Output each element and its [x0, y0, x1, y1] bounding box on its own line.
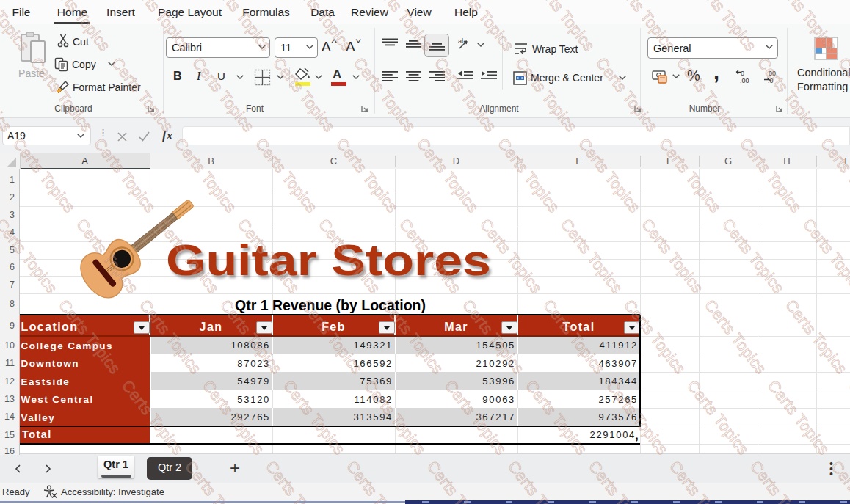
svg-text:0: 0: [741, 70, 744, 77]
svg-text:00: 00: [769, 70, 776, 77]
svg-text:ab: ab: [458, 37, 465, 45]
svg-text:.00: .00: [740, 77, 749, 84]
